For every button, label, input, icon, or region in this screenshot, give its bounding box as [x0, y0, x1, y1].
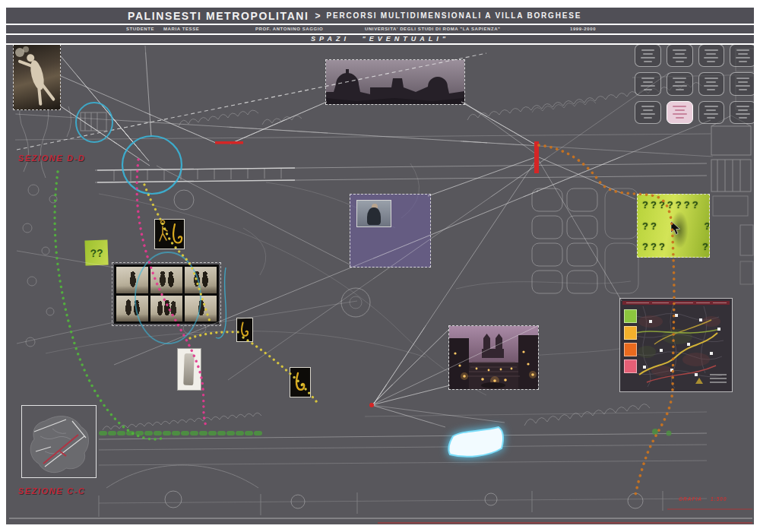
artifact-shape: [183, 353, 194, 385]
sequence-photo: [150, 296, 182, 322]
student-label: STUDENTE: [126, 25, 154, 33]
professor-name: PROF. ANTONINO SAGGIO: [255, 25, 323, 33]
cursor-icon: [670, 220, 682, 236]
red-section-line: [215, 141, 243, 144]
program-cell: [635, 45, 661, 67]
jazz-event-marker-1: [154, 219, 185, 249]
program-diagram-grid: [635, 45, 754, 124]
program-cell: [698, 72, 725, 95]
saxophone-icon: [293, 370, 308, 394]
rome-skyline-photo: [325, 59, 465, 105]
mystery-box-big: ??????? ?? ?? ??? ??: [637, 194, 710, 258]
red-focus-dot: [369, 403, 374, 407]
route-map-scene: [620, 299, 732, 391]
section-label-cc: SEZIONE C-C: [18, 486, 86, 496]
academic-year: 1999-2000: [570, 25, 596, 33]
statue-figure: [14, 45, 60, 109]
screen-shape: [444, 423, 508, 461]
program-cell: [698, 101, 725, 124]
sequence-photo: [185, 267, 217, 293]
title-subproject: PERCORSI MULTIDIMENSIONALI A VILLA BORGH…: [327, 11, 582, 20]
title-bar: PALINSESTI METROPOLITANI > PERCORSI MULT…: [6, 8, 754, 24]
sequence-photo: [116, 296, 148, 322]
program-cell: [635, 72, 661, 95]
program-cell: [698, 45, 725, 67]
question-marks: ??: [90, 246, 103, 259]
spanish-steps-scene: [449, 326, 538, 389]
legend-swatch-orange: [624, 343, 637, 356]
program-cell: [667, 45, 693, 67]
student-name: MARIA TESSE: [163, 25, 199, 33]
board-title: PALINSESTI METROPOLITANI > PERCORSI MULT…: [128, 8, 581, 24]
media-overlay-panel: [350, 194, 431, 268]
scale-label: GRAFIA: [679, 496, 702, 502]
statue-photo: [13, 45, 61, 110]
board-subtitle: SPAZI "EVENTUALI": [6, 35, 754, 43]
section-label-dd: SEZIONE D-D: [18, 154, 86, 163]
saxophone-icon: [239, 320, 251, 340]
title-main: PALINSESTI METROPOLITANI: [128, 10, 309, 22]
event-screen-glow: [444, 423, 508, 461]
legend-swatch-yellow: [624, 326, 637, 340]
tv-still-photo: [356, 200, 391, 227]
university-name: UNIVERSITA' DEGLI STUDI DI ROMA "LA SAPI…: [365, 25, 501, 33]
program-cell: [730, 101, 754, 124]
program-cell: [730, 45, 754, 67]
inset-map-scene: [22, 406, 96, 477]
presentation-board-page: PALINSESTI METROPOLITANI > PERCORSI MULT…: [0, 0, 760, 532]
artifact-photo: [177, 348, 201, 391]
saxophone-icon: [155, 220, 184, 249]
mystery-box-small: ??: [84, 239, 108, 265]
legend-swatch-green: [624, 309, 637, 323]
sequence-photo: [150, 267, 182, 293]
plan-canvas: SEZIONE D-D SEZIONE C-C ??: [6, 45, 754, 524]
program-cell: [635, 101, 661, 124]
photo-sequence-grid: [114, 264, 219, 324]
spanish-steps-photo: [448, 325, 539, 390]
program-cell-highlighted: [667, 101, 693, 124]
title-separator: >: [315, 11, 321, 21]
program-cell: [730, 72, 754, 95]
legend-swatch-pink: [624, 359, 637, 373]
sequence-photo: [116, 267, 148, 293]
route-map-panel: [619, 298, 733, 392]
skyline-scene: [326, 60, 464, 104]
location-inset-map: [21, 405, 97, 478]
jazz-event-marker-2: [236, 318, 253, 342]
scale-note: GRAFIA 1:500: [679, 496, 727, 502]
jazz-event-marker-3: [290, 367, 311, 397]
sequence-photo: [185, 296, 217, 322]
red-cut-marker: [534, 141, 539, 173]
subtitle-bar: SPAZI "EVENTUALI": [6, 35, 754, 43]
byline-bar: STUDENTE MARIA TESSE PROF. ANTONINO SAGG…: [6, 25, 754, 33]
scale-value: 1:500: [711, 496, 727, 502]
program-cell: [667, 72, 693, 95]
tv-person-figure: [367, 207, 381, 225]
